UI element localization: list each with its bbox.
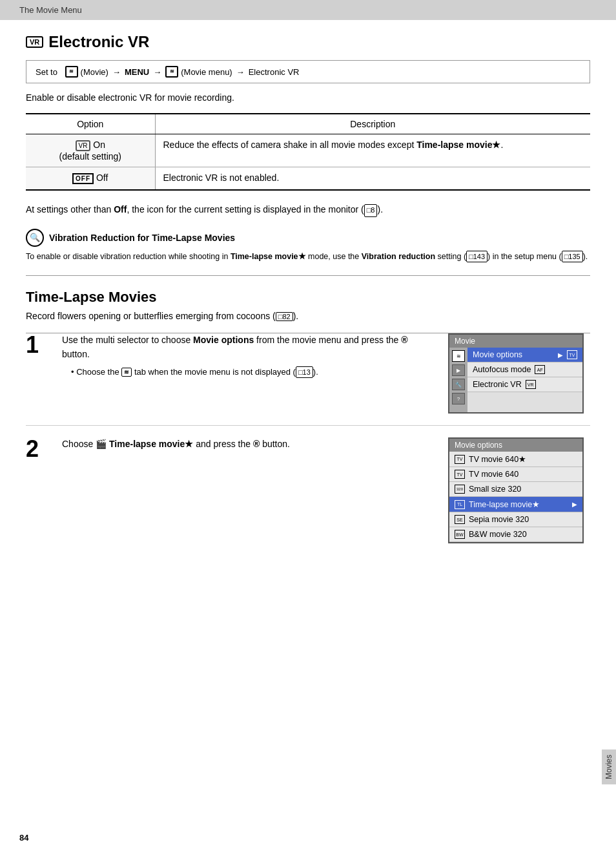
menu-item-icon-tv: TV — [567, 350, 577, 359]
step-1-text: Use the multi selector to choose Movie o… — [62, 333, 438, 361]
step-2: 2 Choose 🎬 Time-lapse movie★ and press t… — [26, 437, 590, 555]
icon-tv2: TV — [455, 470, 465, 479]
table-col1-header: Option — [26, 114, 155, 134]
item-label: Small size 320 — [469, 485, 521, 494]
icon-tl: TL — [455, 500, 465, 509]
section-divider — [26, 275, 590, 276]
timelapse-arrow: ▶ — [572, 501, 577, 508]
menu-item-label: Movie options — [473, 350, 522, 359]
item-label: TV movie 640 — [469, 470, 518, 479]
menu-arrow: ▶ — [558, 351, 563, 359]
header-bar: The Movie Menu — [0, 0, 616, 20]
nav-box: Set to ≋ (Movie) → MENU → ≋ (Movie menu)… — [26, 60, 590, 83]
icon-320: 320 — [455, 485, 465, 494]
menu-items-panel-2: TV TV movie 640★ TV TV movie 640 320 Sma… — [449, 452, 582, 542]
vr-note-box: 🔍 Vibration Reduction for Time-Lapse Mov… — [26, 229, 590, 263]
vr-note-header: 🔍 Vibration Reduction for Time-Lapse Mov… — [26, 229, 590, 247]
off-label: Off — [96, 173, 108, 183]
vr-note-title: Vibration Reduction for Time-Lapse Movie… — [49, 233, 235, 243]
evr-title-text: Electronic VR — [48, 33, 149, 51]
item-label: B&W movie 320 — [469, 530, 527, 539]
vr-note-icon: 🔍 — [26, 229, 44, 247]
table-cell-option2: OFF Off — [26, 167, 155, 191]
nav-movie-menu-label: (Movie menu) — [181, 67, 232, 77]
nav-movie-icon: ≋ — [65, 66, 78, 78]
ok-button-ref: ® — [401, 335, 407, 345]
menu-item-label: Autofocus mode — [473, 365, 531, 374]
icon-tv1: TV — [455, 455, 465, 464]
ok-button-ref2: ® — [253, 439, 260, 449]
item-label: Sepia movie 320 — [469, 515, 529, 524]
page-number: 84 — [19, 833, 28, 843]
sidebar-label: Movies — [602, 749, 616, 784]
book-ref-135: □135 — [562, 251, 583, 263]
book-ref-8: □8 — [364, 204, 378, 217]
nav-movie-menu-icon: ≋ — [165, 66, 178, 78]
step-1-content: Use the multi selector to choose Movie o… — [62, 333, 438, 414]
menu-item-sepia: SE Sepia movie 320 — [449, 512, 582, 527]
item-label: Time-lapse movie★ — [469, 499, 540, 509]
timelapse-icon-ref: 🎬 — [96, 439, 107, 449]
evr-section-title: VR Electronic VR — [26, 33, 590, 51]
nav-arrow3: → — [236, 67, 245, 77]
step-2-menu: Movie options TV TV movie 640★ TV TV mov… — [448, 437, 590, 543]
menu-item-small320: 320 Small size 320 — [449, 482, 582, 497]
nav-set-to: Set to — [36, 67, 57, 77]
menu-item-tv640: TV TV movie 640 — [449, 467, 582, 482]
nav-menu-label: MENU — [125, 67, 149, 77]
menu-sidebar-1: ≋ ▶ 🔧 ? — [449, 348, 467, 412]
movie-options-bold: Movie options — [193, 335, 254, 345]
menu-item-autofocus: Autofocus mode AF — [467, 362, 582, 377]
timelapse-bold-1: Time-lapse movie★ — [416, 140, 500, 150]
menu-item-movie-options: Movie options ▶ TV — [467, 348, 582, 362]
content-area: VR Electronic VR Set to ≋ (Movie) → MENU… — [0, 20, 616, 580]
sidebar-icon-wrench: 🔧 — [452, 379, 465, 390]
menu-mockup-title-1: Movie — [449, 335, 582, 348]
sidebar-icon-active: ≋ — [452, 350, 465, 362]
menu-item-icon-vr: VR — [526, 380, 536, 389]
book-ref-13: □13 — [296, 366, 313, 379]
step-2-number: 2 — [26, 437, 52, 543]
menu-item-evr: Electronic VR VR — [467, 377, 582, 392]
table-row: VR On (default setting) Reduce the effec… — [26, 134, 590, 167]
menu-mockup-title-2: Movie options — [449, 439, 582, 452]
menu-item-tv640star: TV TV movie 640★ — [449, 452, 582, 467]
menu-item-label: Electronic VR — [473, 380, 522, 389]
evr-icon: VR — [26, 36, 43, 48]
off-bold: Off — [114, 204, 127, 215]
icon-se: SE — [455, 515, 465, 524]
menu-item-bw: BW B&W movie 320 — [449, 527, 582, 542]
step-1-number: 1 — [26, 333, 52, 414]
step-1: 1 Use the multi selector to choose Movie… — [26, 333, 590, 426]
step-1-menu: Movie ≋ ▶ 🔧 ? Movie options ▶ — [448, 333, 590, 414]
movie-options-menu-mockup: Movie options TV TV movie 640★ TV TV mov… — [448, 437, 584, 543]
nav-arrow1: → — [112, 67, 121, 77]
timelapse-bold-3: Time-lapse movie★ — [109, 439, 193, 449]
menu-items-panel-1: Movie options ▶ TV Autofocus mode AF Ele… — [467, 348, 582, 412]
header-text: The Movie Menu — [19, 5, 82, 15]
page: The Movie Menu VR Electronic VR Set to ≋… — [0, 0, 616, 849]
off-icon: OFF — [72, 173, 94, 184]
step1-tab-icon: ≋ — [121, 368, 132, 377]
evr-description: Enable or disable electronic VR for movi… — [26, 92, 590, 103]
evr-note: At settings other than Off, the icon for… — [26, 202, 590, 217]
table-cell-desc1: Reduce the effects of camera shake in al… — [155, 134, 590, 167]
book-ref-82: □82 — [276, 312, 293, 321]
item-label: TV movie 640★ — [469, 454, 526, 464]
menu-layout-1: ≋ ▶ 🔧 ? Movie options ▶ TV — [449, 348, 582, 412]
vr-note-body: To enable or disable vibration reduction… — [26, 251, 590, 263]
menu-item-icon-af: AF — [535, 365, 545, 374]
step-1-sub: Choose the ≋ tab when the movie menu is … — [71, 366, 438, 379]
timelapse-description: Record flowers opening or butterflies em… — [26, 311, 590, 321]
table-row: OFF Off Electronic VR is not enabled. — [26, 167, 590, 191]
icon-bw: BW — [455, 530, 465, 539]
step-2-text: Choose 🎬 Time-lapse movie★ and press the… — [62, 437, 438, 452]
default-setting-label: (default setting) — [59, 151, 122, 162]
timelapse-title: Time-Lapse Movies — [26, 289, 590, 306]
timelapse-bold-2: Time-lapse movie★ — [231, 252, 306, 261]
nav-arrow2: → — [153, 67, 161, 77]
vibration-reduction-bold: Vibration reduction — [362, 252, 435, 261]
sidebar-icon-q: ? — [452, 393, 465, 404]
book-ref-143: □143 — [466, 251, 488, 263]
options-table: Option Description VR On (default settin… — [26, 113, 590, 191]
